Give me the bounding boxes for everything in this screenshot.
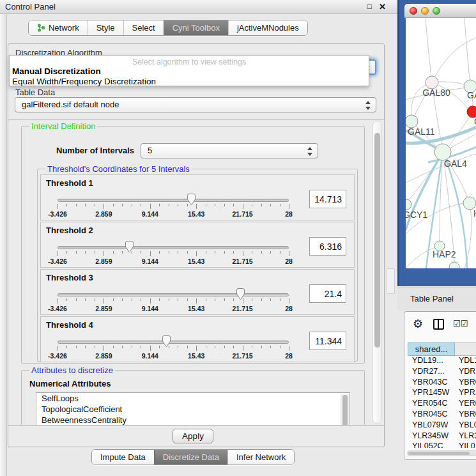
slider-tick <box>132 298 132 301</box>
threshold-4-value-field[interactable] <box>309 332 346 350</box>
tab-impute-data[interactable]: Impute Data <box>92 450 154 464</box>
table-row[interactable]: YDR27...YDR2 <box>408 367 476 378</box>
table-row[interactable]: YLR345WYLR3 <box>408 431 476 442</box>
attribute-list-item[interactable]: TopologicalCoefficient <box>36 404 349 415</box>
tab-jactivemnodules[interactable]: jActiveMNodules <box>228 20 307 35</box>
slider-tick <box>141 298 141 301</box>
attributes-list-scrollbar[interactable] <box>341 394 349 426</box>
float-window-icon[interactable]: □ <box>367 2 372 11</box>
mac-zoom-button[interactable] <box>433 7 440 15</box>
network-edge[interactable] <box>406 248 435 268</box>
tab-infer-network[interactable]: Infer Network <box>227 450 294 464</box>
cell-name[interactable]: YER0 <box>455 399 476 410</box>
interval-definition-title: Interval Definition <box>29 121 97 131</box>
network-node[interactable] <box>406 199 411 210</box>
column-header-name[interactable]: n <box>455 342 476 356</box>
cell-name[interactable]: YDL1 <box>455 356 476 367</box>
threshold-2-slider-track[interactable] <box>58 246 289 249</box>
table-horizontal-scrollbar[interactable] <box>407 450 476 456</box>
attribute-list-item[interactable]: BetweennessCentrality <box>36 415 349 426</box>
network-node[interactable] <box>463 197 476 210</box>
network-edge[interactable] <box>464 203 472 268</box>
table-row[interactable]: YER054CYER0 <box>408 399 476 410</box>
slider-tick-label: 15.43 <box>188 305 204 312</box>
tab-select[interactable]: Select <box>123 20 164 35</box>
network-edge[interactable] <box>426 18 432 82</box>
cell-name[interactable]: YDR2 <box>455 367 476 378</box>
tab-discretize-data[interactable]: Discretize Data <box>154 450 227 464</box>
gear-icon[interactable]: ⚙ <box>413 317 423 331</box>
cell-name[interactable]: YBL0 <box>455 420 476 431</box>
cell-name[interactable]: YLR3 <box>455 431 476 442</box>
slider-tick <box>76 346 77 348</box>
cell-shared-name[interactable]: YDR27... <box>408 367 455 378</box>
threshold-2-value-field[interactable] <box>309 237 346 256</box>
slider-tick <box>233 251 234 254</box>
threshold-3-slider-thumb[interactable] <box>236 288 245 300</box>
network-edge[interactable] <box>464 18 470 86</box>
tab-style[interactable]: Style <box>88 20 123 35</box>
table-row[interactable]: YBR045CYBR0 <box>408 410 476 420</box>
popup-item-equal-width-frequency[interactable]: Equal Width/Frequency Discretization <box>12 77 156 86</box>
thresholds-group: Threshold's Coordinates for 5 Intervals … <box>37 169 358 362</box>
settings-vertical-scrollbar[interactable] <box>372 121 382 424</box>
table-row[interactable]: YDL19...YDL1 <box>408 356 476 367</box>
table-row[interactable]: YBL079WYBL0 <box>408 420 476 431</box>
slider-tick <box>159 204 160 206</box>
threshold-4-slider-thumb[interactable] <box>162 335 171 348</box>
threshold-4-row: Threshold 4 -3.4262.8599.14415.4321.7152… <box>40 316 355 362</box>
slider-tick-label: 21.715 <box>233 305 253 312</box>
table-data-combobox[interactable]: galFiltered.sif default node <box>15 97 376 112</box>
threshold-1-value-field[interactable] <box>309 190 346 208</box>
slider-tick <box>76 298 77 301</box>
cell-shared-name[interactable]: YBR045C <box>408 410 455 420</box>
cell-shared-name[interactable]: YBR043C <box>408 378 455 388</box>
cell-shared-name[interactable]: YER054C <box>408 399 455 410</box>
close-panel-icon[interactable]: ✕ <box>379 2 386 12</box>
threshold-2-slider-thumb[interactable] <box>125 241 134 253</box>
checkbox-icons[interactable]: ☑☑ <box>453 319 468 328</box>
apply-button[interactable]: Apply <box>173 429 213 443</box>
network-node[interactable] <box>406 115 418 128</box>
cell-shared-name[interactable]: YDL19... <box>408 356 455 367</box>
attribute-list-item[interactable]: SelfLoops <box>36 393 349 404</box>
threshold-1-slider-thumb[interactable] <box>187 194 196 206</box>
network-view-window: GAL80GACGAL11GAL4GCY1HHAP2 <box>397 0 476 286</box>
slider-tick <box>289 251 289 256</box>
mac-close-button[interactable] <box>410 7 417 15</box>
table-row[interactable]: YIL052CYIL0 <box>408 441 476 448</box>
popup-item-manual-discretization[interactable]: Manual Discretization <box>12 66 101 76</box>
cell-name[interactable]: YBR0 <box>455 410 476 420</box>
slider-tick-label: 21.715 <box>233 210 253 218</box>
number-of-intervals-combobox[interactable]: 5 <box>141 143 318 158</box>
cell-shared-name[interactable]: YIL052C <box>408 441 455 448</box>
threshold-3-slider-track[interactable] <box>58 293 289 296</box>
threshold-1-slider-track[interactable] <box>58 199 289 202</box>
tab-network[interactable]: Network <box>29 20 88 35</box>
tab-cyni-toolbox[interactable]: Cyni Toolbox <box>164 20 228 35</box>
scrollbar-thumb[interactable] <box>408 452 470 455</box>
network-node[interactable] <box>449 262 459 268</box>
slider-tick <box>113 251 114 254</box>
mac-minimize-button[interactable] <box>421 7 429 15</box>
table-row[interactable]: YBR043CYBR0 <box>408 378 476 388</box>
network-canvas[interactable]: GAL80GACGAL11GAL4GCY1HHAP2 <box>406 18 476 268</box>
cell-name[interactable]: YIL0 <box>455 441 476 448</box>
cell-name[interactable]: YPR1 <box>455 388 476 399</box>
cell-name[interactable]: YBR0 <box>455 378 476 388</box>
threshold-3-value-field[interactable] <box>309 284 346 303</box>
slider-tick <box>280 346 280 348</box>
cell-shared-name[interactable]: YBL079W <box>408 420 455 431</box>
cell-shared-name[interactable]: YPR145W <box>408 388 455 399</box>
scrollbar-thumb[interactable] <box>374 133 380 348</box>
network-node[interactable] <box>426 76 438 89</box>
column-layout-icon[interactable] <box>433 319 444 330</box>
cell-shared-name[interactable]: YLR345W <box>408 431 455 442</box>
slider-tick <box>206 204 206 206</box>
column-header-shared-name[interactable]: shared... <box>408 342 455 356</box>
threshold-4-slider-track[interactable] <box>58 341 289 344</box>
table-row[interactable]: YPR145WYPR1 <box>408 388 476 399</box>
slider-tick <box>113 298 114 301</box>
panel-splitter-handle[interactable] <box>387 268 395 294</box>
slider-tick <box>187 346 188 348</box>
